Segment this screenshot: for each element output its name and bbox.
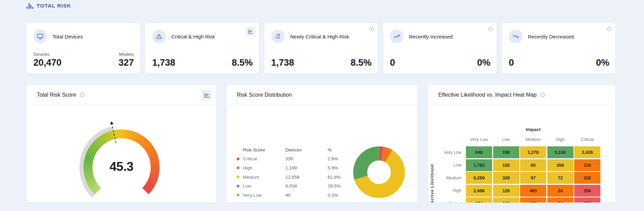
heatmap-cell[interactable]: 155 <box>493 159 519 171</box>
legend-dot <box>237 194 239 196</box>
card-value: 0 <box>509 58 514 68</box>
info-icon[interactable] <box>607 26 612 32</box>
distribution-row-very-low: Very Low400.2% <box>237 191 349 200</box>
panel-risk-score-distribution: Risk Score Distribution Risk Score Devic… <box>226 85 417 202</box>
heatmap-cell[interactable]: 60 <box>520 159 546 171</box>
heatmap-cell[interactable]: 84 <box>547 197 574 202</box>
heatmap-cell[interactable]: 3,150 <box>547 146 574 158</box>
heatmap-x-axis-label: Impact <box>466 127 600 132</box>
legend-dot <box>237 158 239 160</box>
info-icon[interactable] <box>540 92 546 98</box>
devices-percent: 61.8% <box>328 175 348 180</box>
heatmap-cell[interactable]: 493 <box>520 185 546 197</box>
heatmap-cell[interactable]: 198 <box>520 197 546 202</box>
devices-count: 40 <box>285 193 328 198</box>
heatmap-col-header: Low <box>493 137 519 142</box>
risk-level-label: Medium <box>243 175 259 180</box>
heatmap-row-label: Medium <box>428 172 461 184</box>
card-value: 1,738 <box>271 58 294 68</box>
card-critical-high-risk: Critical & High Risk 1,738 8.5% <box>145 23 259 74</box>
heatmap-col-header: Critical <box>574 137 600 142</box>
distribution-row-medium: Medium12,65861.8% <box>237 173 349 182</box>
alert-triangle-icon <box>152 30 166 43</box>
models-label: Models <box>119 52 134 57</box>
distribution-row-critical: Critical5392.6% <box>237 155 349 164</box>
card-percent: 8.5% <box>232 58 253 68</box>
panel-title: Risk Score Distribution <box>237 92 292 98</box>
heatmap-row-label: High <box>428 185 461 197</box>
card-percent: 0% <box>596 58 609 68</box>
risk-distribution-donut-chart[interactable] <box>353 146 405 198</box>
legend-dot <box>237 185 239 188</box>
heatmap-cell[interactable]: 328 <box>493 172 519 184</box>
heatmap-cell[interactable]: 24 <box>547 185 574 197</box>
heatmap-row-label: Very Low <box>428 146 461 158</box>
chart-increase-icon <box>271 30 285 43</box>
risk-level-label: Low <box>243 183 251 189</box>
trending-down-icon <box>509 30 522 43</box>
gauge-value: 45.3 <box>79 160 164 174</box>
monitor-icon <box>33 30 47 43</box>
legend-dot <box>237 166 239 169</box>
card-title: Newly Critical & High Risk <box>290 34 349 39</box>
heatmap-cell[interactable]: 2,428 <box>574 146 600 158</box>
card-recently-decreased: Recently Decreased 0 0% <box>502 23 615 74</box>
dashboard-page: TOTAL RISK Total Devices Devices 20,470 … <box>0 0 644 211</box>
distribution-table-header: Risk Score Devices % <box>237 145 349 155</box>
heatmap-cell[interactable]: 5,269 <box>466 172 492 184</box>
distribution-table: Risk Score Devices % Critical5392.6%High… <box>237 145 349 200</box>
heatmap-cell[interactable]: 310 <box>574 159 600 171</box>
devices-percent: 5.9% <box>328 165 348 171</box>
devices-count: 1,199 <box>285 165 328 171</box>
heatmap-cell[interactable]: 208 <box>574 185 600 197</box>
risk-level-label: Critical <box>243 156 257 161</box>
heatmap-cell[interactable]: 1,783 <box>466 159 492 171</box>
info-icon[interactable] <box>488 26 493 32</box>
heatmap-cell[interactable]: 648 <box>466 146 492 158</box>
panel-title: Effective Likelihood vs. Impact Heat Map <box>438 92 537 98</box>
heatmap-cell[interactable]: 226 <box>574 172 600 184</box>
trend-chart-button[interactable] <box>246 27 255 36</box>
distribution-row-high: High1,1995.9% <box>237 163 349 173</box>
info-icon[interactable] <box>79 92 85 98</box>
heatmap-cell[interactable]: 170 <box>574 197 600 202</box>
card-newly-critical-high-risk: Newly Critical & High Risk 1,738 8.5% <box>264 23 378 74</box>
trend-chart-button[interactable] <box>202 90 212 100</box>
info-icon[interactable] <box>369 26 374 32</box>
devices-label: Devices <box>33 52 62 57</box>
heatmap-cell[interactable]: 97 <box>520 172 546 184</box>
heatmap-cell[interactable]: 72 <box>547 172 574 184</box>
heatmap-cell[interactable]: 1,278 <box>520 146 546 158</box>
panel-total-risk-score: Total Risk Score 45.3 <box>27 85 216 202</box>
risk-level-label: Very Low <box>243 193 262 198</box>
risk-score-gauge: 45.3 <box>79 125 164 202</box>
heatmap-cell[interactable]: 198 <box>493 146 519 158</box>
trending-up-icon <box>390 30 404 43</box>
distribution-rows: Critical5392.6%High1,1995.9%Medium12,658… <box>237 155 349 200</box>
devices-percent: 2.6% <box>328 156 348 161</box>
heatmap-col-header: Medium <box>520 137 546 142</box>
page-title: TOTAL RISK <box>37 3 71 9</box>
card-percent: 8.5% <box>350 58 372 68</box>
card-percent: 0% <box>477 58 490 68</box>
heatmap-cell[interactable]: 359 <box>547 159 574 171</box>
devices-percent: 29.5% <box>328 183 348 189</box>
card-total-devices: Total Devices Devices 20,470 Models 327 <box>27 23 140 74</box>
heatmap-col-header: Very Low <box>466 137 492 142</box>
legend-dot <box>237 176 239 178</box>
heatmap-cell[interactable]: 126 <box>493 185 519 197</box>
devices-count: 6,034 <box>285 183 328 189</box>
card-title: Critical & High Risk <box>171 34 215 39</box>
heatmap-cell[interactable]: 2,496 <box>466 185 492 197</box>
page-header: TOTAL RISK <box>27 3 71 9</box>
distribution-row-low: Low6,03429.5% <box>237 181 349 191</box>
heatmap-cell[interactable]: 174 <box>466 197 492 202</box>
heatmap-row-label: Low <box>428 159 461 171</box>
heatmap-grid: 6481981,2783,1502,4281,783155603593105,2… <box>466 146 600 202</box>
risk-level-label: High <box>243 165 252 171</box>
card-recently-increased: Recently Increased 0 0% <box>383 23 497 74</box>
heatmap-cell[interactable]: 136 <box>493 197 519 202</box>
heatmap-row-labels: Very LowLowMediumHighCritical <box>428 146 461 202</box>
kpi-cards-row: Total Devices Devices 20,470 Models 327 <box>27 23 615 74</box>
heatmap-row-label: Critical <box>428 197 461 202</box>
